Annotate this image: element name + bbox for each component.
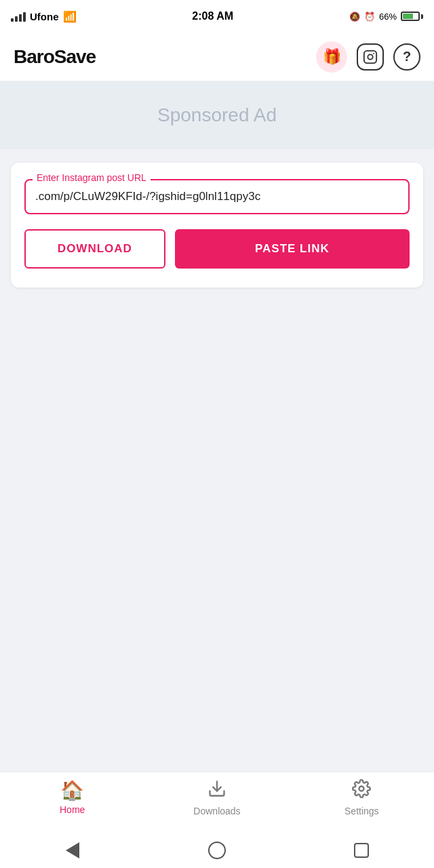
nav-item-settings[interactable]: Settings [290,779,434,816]
status-time: 2:08 AM [192,10,233,22]
download-button[interactable]: DOWNLOAD [24,229,165,269]
settings-icon [352,779,371,803]
home-button[interactable] [207,840,227,861]
ad-text: Sponsored Ad [157,104,277,126]
carrier-name: Ufone [30,11,59,22]
url-input-label: Enter Instagram post URL [33,172,151,183]
status-bar: Ufone 📶 2:08 AM 🔕 ⏰ 66% [0,0,434,33]
svg-point-1 [368,54,372,59]
status-right: 🔕 ⏰ 66% [349,12,423,22]
nav-label-home: Home [60,804,85,815]
back-button[interactable] [62,840,83,861]
paste-link-button[interactable]: PASTE LINK [175,229,410,269]
battery-percent: 66% [379,12,397,22]
alarm-icon: ⏰ [364,12,375,22]
svg-rect-0 [364,50,376,62]
signal-icon [11,11,26,22]
bottom-nav: 🏠 Home Downloads Settings [0,772,434,833]
system-nav [0,833,434,868]
app-logo: BaroSave [14,46,96,68]
help-icon-button[interactable]: ? [393,43,420,71]
url-card: Enter Instagram post URL DOWNLOAD PASTE … [11,163,423,288]
gift-icon-button[interactable]: 🎁 [316,41,347,73]
ad-banner: Sponsored Ad [0,81,434,149]
nav-item-home[interactable]: 🏠 Home [0,779,144,815]
nav-label-downloads: Downloads [193,806,240,816]
url-input[interactable] [35,187,399,203]
nav-label-settings: Settings [344,806,379,816]
wifi-icon: 📶 [63,10,77,23]
app-header: BaroSave 🎁 ? [0,33,434,81]
status-carrier-signal: Ufone 📶 [11,10,77,23]
nav-item-downloads[interactable]: Downloads [144,779,289,816]
recents-button[interactable] [351,840,372,861]
instagram-icon-button[interactable] [357,43,384,71]
header-icons: 🎁 ? [316,41,420,73]
mute-icon: 🔕 [349,12,360,22]
svg-point-2 [373,53,374,54]
svg-point-4 [359,787,364,791]
url-input-wrapper: Enter Instagram post URL [24,179,410,214]
home-icon: 🏠 [60,779,84,802]
downloads-icon [208,779,226,803]
battery-icon [401,12,423,21]
buttons-row: DOWNLOAD PASTE LINK [24,229,410,269]
main-content: Enter Instagram post URL DOWNLOAD PASTE … [0,149,434,772]
